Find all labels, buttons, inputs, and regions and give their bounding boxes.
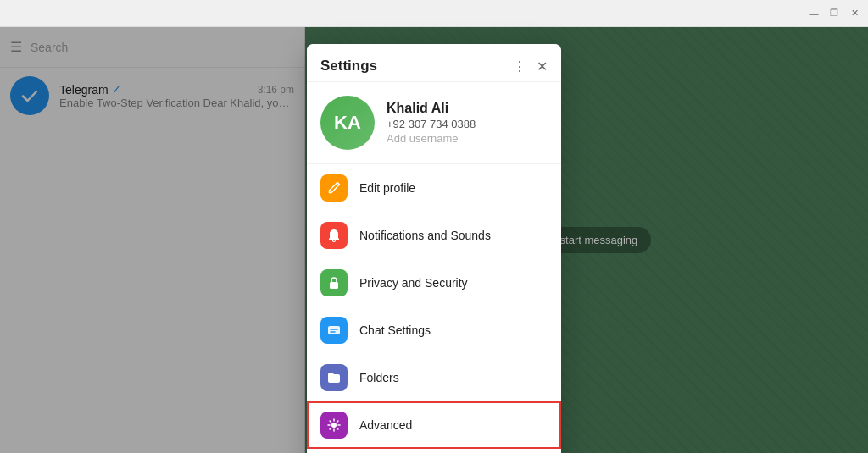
more-options-icon[interactable]: ⋮ xyxy=(513,58,526,75)
minimize-button[interactable]: — xyxy=(807,7,821,20)
profile-avatar: KA xyxy=(320,96,375,150)
edit-profile-label: Edit profile xyxy=(359,181,548,195)
title-bar: — ❐ ✕ xyxy=(0,0,868,27)
svg-point-3 xyxy=(331,423,337,428)
profile-username[interactable]: Add username xyxy=(387,132,476,145)
notifications-icon xyxy=(320,222,348,249)
folders-icon xyxy=(320,364,348,391)
menu-item-call-settings[interactable]: Call Settings xyxy=(307,449,561,453)
menu-item-advanced[interactable]: Advanced xyxy=(307,401,561,449)
chat-settings-icon xyxy=(320,317,348,344)
profile-info: Khalid Ali +92 307 734 0388 Add username xyxy=(387,101,476,145)
menu-item-notifications[interactable]: Notifications and Sounds xyxy=(307,212,561,259)
settings-modal: Settings ⋮ ✕ KA Khalid Ali +92 307 734 0… xyxy=(307,44,561,453)
app-container: ☰ Search Telegram ✓ 3:16 pm Enable Two-S… xyxy=(0,27,868,453)
svg-rect-1 xyxy=(330,282,338,289)
settings-title: Settings xyxy=(320,58,377,75)
menu-item-folders[interactable]: Folders xyxy=(307,354,561,401)
modal-overlay: Settings ⋮ ✕ KA Khalid Ali +92 307 734 0… xyxy=(0,27,868,453)
close-settings-icon[interactable]: ✕ xyxy=(537,58,548,75)
chat-settings-label: Chat Settings xyxy=(359,323,548,337)
edit-profile-icon xyxy=(320,174,348,202)
menu-item-chat-settings[interactable]: Chat Settings xyxy=(307,307,561,354)
notifications-label: Notifications and Sounds xyxy=(359,229,548,242)
privacy-icon xyxy=(320,269,348,296)
restore-button[interactable]: ❐ xyxy=(827,7,841,20)
close-button[interactable]: ✕ xyxy=(848,7,861,20)
privacy-label: Privacy and Security xyxy=(359,276,548,290)
profile-name: Khalid Ali xyxy=(387,101,476,116)
svg-rect-2 xyxy=(328,326,340,334)
advanced-icon xyxy=(320,412,348,439)
advanced-label: Advanced xyxy=(359,418,548,432)
menu-section-main: Edit profile Notifications and Sounds Pr… xyxy=(307,164,561,453)
profile-section[interactable]: KA Khalid Ali +92 307 734 0388 Add usern… xyxy=(307,82,561,164)
folders-label: Folders xyxy=(359,371,548,384)
settings-header-icons: ⋮ ✕ xyxy=(513,58,548,75)
menu-item-edit-profile[interactable]: Edit profile xyxy=(307,164,561,212)
menu-item-privacy[interactable]: Privacy and Security xyxy=(307,259,561,307)
settings-header: Settings ⋮ ✕ xyxy=(307,44,561,82)
profile-phone: +92 307 734 0388 xyxy=(387,118,476,130)
